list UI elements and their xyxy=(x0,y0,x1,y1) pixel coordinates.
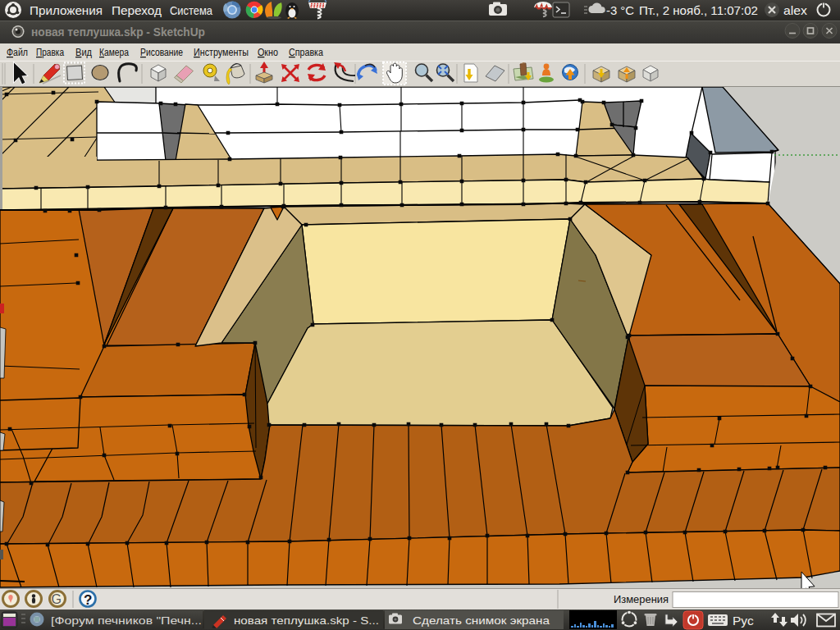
svg-text:-3 °C: -3 °C xyxy=(606,4,634,17)
svg-text:Правка: Правка xyxy=(36,47,64,58)
svg-text:Справка: Справка xyxy=(289,47,323,58)
svg-text:alex: alex xyxy=(783,4,808,17)
svg-text:?: ? xyxy=(84,592,92,608)
svg-text:G: G xyxy=(52,592,62,606)
svg-text:Рисование: Рисование xyxy=(140,47,183,58)
svg-text:Файл: Файл xyxy=(7,47,28,58)
svg-text:Система: Система xyxy=(170,4,213,17)
svg-text:новая теплушка.skp - S...: новая теплушка.skp - S... xyxy=(234,614,379,627)
svg-text:Камера: Камера xyxy=(99,47,129,58)
svg-text:Инструменты: Инструменты xyxy=(194,47,249,58)
svg-text:Окно: Окно xyxy=(258,47,278,58)
svg-text:Приложения: Приложения xyxy=(30,4,103,17)
svg-text:новая теплушка.skp - SketchUp: новая теплушка.skp - SketchUp xyxy=(31,25,205,39)
svg-text:Вид: Вид xyxy=(75,47,93,58)
svg-text:Пт., 2 нояб., 11:07:02: Пт., 2 нояб., 11:07:02 xyxy=(639,4,758,17)
svg-text:Сделать снимок экрана: Сделать снимок экрана xyxy=(413,614,550,627)
svg-text:[Форум печников "Печн...: [Форум печников "Печн... xyxy=(51,614,202,627)
svg-text:Переход: Переход xyxy=(112,4,162,17)
svg-text:Измерения: Измерения xyxy=(614,594,669,605)
svg-text:Рус: Рус xyxy=(733,614,754,628)
